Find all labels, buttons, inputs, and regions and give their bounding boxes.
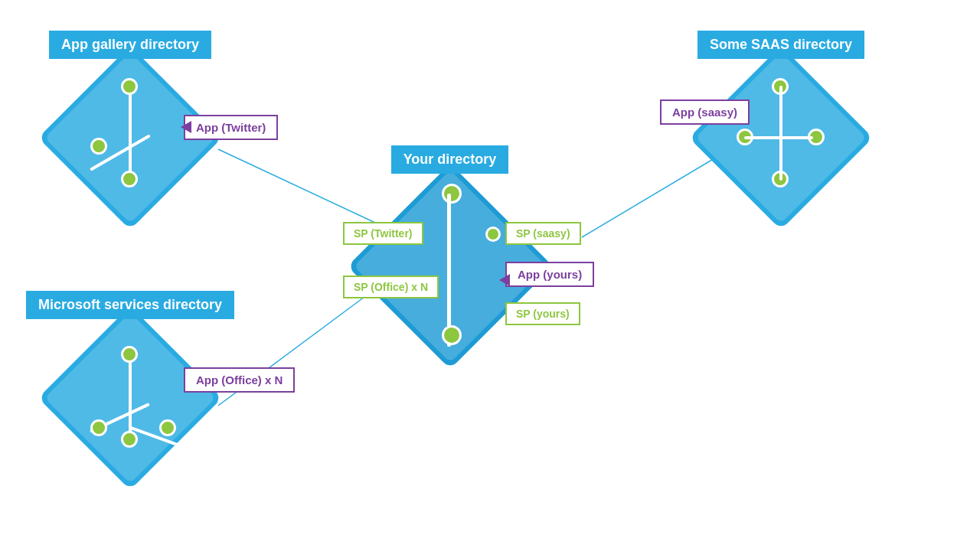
sp-office-box: SP (Office) x N <box>343 276 439 298</box>
app-saasy-box: App (saasy) <box>660 99 750 125</box>
app-yours-box: App (yours) <box>505 262 594 287</box>
app-office-box: App (Office) x N <box>184 367 295 393</box>
app-gallery-label: App gallery directory <box>49 31 211 59</box>
app-twitter-box: App (Twitter) <box>184 115 278 140</box>
arrow-twitter <box>181 121 191 133</box>
your-directory-label: Your directory <box>391 145 509 174</box>
some-saas-label: Some SAAS directory <box>697 31 864 59</box>
sp-yours-box: SP (yours) <box>505 302 580 325</box>
microsoft-diamond: Microsoft services directory <box>38 306 222 490</box>
sp-saasy-box: SP (saasy) <box>505 222 581 245</box>
microsoft-label: Microsoft services directory <box>26 291 234 319</box>
sp-twitter-box: SP (Twitter) <box>343 222 423 245</box>
some-saas-diamond: Some SAAS directory <box>689 46 873 230</box>
arrow-yours <box>499 274 510 286</box>
connector-node-top <box>485 227 501 242</box>
